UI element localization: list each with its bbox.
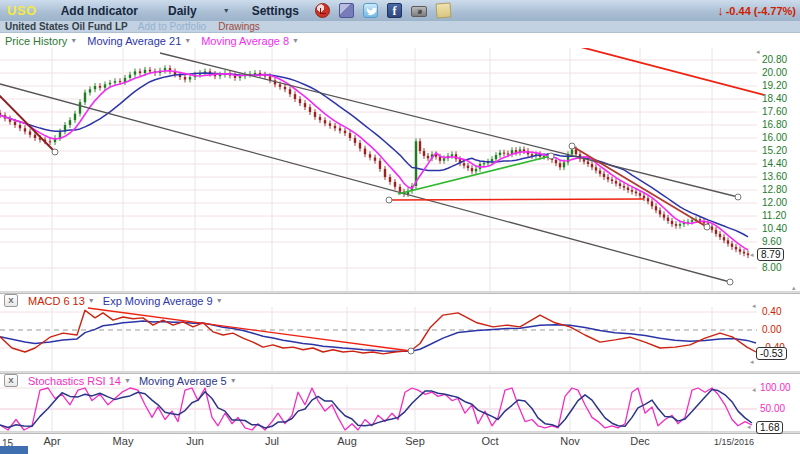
x-axis-end-date: 1/15/2016 <box>714 437 754 447</box>
add-to-portfolio-link[interactable]: Add to Portfolio <box>138 21 206 32</box>
price-axis-tick: 9.60 <box>762 236 781 247</box>
price-axis-tick: 12.00 <box>762 197 787 208</box>
x-axis-month-label: Dec <box>618 435 662 447</box>
toolbar-icons: f <box>315 3 451 18</box>
chevron-down-icon[interactable]: ▼ <box>292 37 299 44</box>
ma8-label: Moving Average 8 <box>201 35 289 47</box>
scroll-arrow-icon[interactable]: ◂ <box>750 358 754 365</box>
x-axis-month-label: Oct <box>468 435 512 447</box>
price-chart[interactable] <box>0 48 800 291</box>
macd-axis-tick: 0.00 <box>762 324 781 335</box>
ma8-dropdown[interactable]: Moving Average 8 ▼ <box>201 35 299 47</box>
price-axis-tick: 20.80 <box>762 54 787 65</box>
current-price-box: 8.79 <box>757 248 784 261</box>
stoch-axis-tick: 50.00 <box>760 403 785 414</box>
panel-divider[interactable] <box>0 431 800 434</box>
x-axis-month-label: Nov <box>548 435 592 447</box>
price-history-label: Price History <box>5 35 67 47</box>
change-text: -0.44 (-4.77%) <box>726 5 796 17</box>
scroll-arrow-icon[interactable]: ▴ <box>792 284 796 291</box>
chevron-down-icon[interactable]: ▼ <box>70 37 77 44</box>
ma21-label: Moving Average 21 <box>87 35 181 47</box>
symbol-subbar: United States Oil Fund LP Add to Portfol… <box>0 21 800 33</box>
price-axis-tick: 12.80 <box>762 184 787 195</box>
symbol-full-name: United States Oil Fund LP <box>5 21 128 32</box>
price-axis-tick: 8.00 <box>762 262 781 273</box>
scroll-arrow-icon[interactable]: ◂ <box>752 386 756 393</box>
scroll-arrow-icon[interactable]: ◂ <box>750 251 754 258</box>
price-history-dropdown[interactable]: Price History ▼ <box>5 35 77 47</box>
price-axis-tick: 13.60 <box>762 171 787 182</box>
chevron-down-icon[interactable]: ▼ <box>124 377 131 384</box>
twitter-icon[interactable] <box>363 3 378 18</box>
price-panel-legend: Price History ▼ Moving Average 21 ▼ Movi… <box>0 33 800 48</box>
stoch-axis-tick: 100.00 <box>760 382 791 393</box>
stoch-value-box: 1.68 <box>756 421 783 434</box>
chevron-down-icon[interactable]: ▼ <box>184 37 191 44</box>
macd-grid <box>0 307 757 371</box>
x-axis-month-label: Sep <box>393 435 437 447</box>
facebook-icon[interactable]: f <box>387 3 402 18</box>
x-axis-month-label: Apr <box>30 435 74 447</box>
stochastics-chart[interactable] <box>0 385 800 431</box>
macd-value-box: -0.53 <box>756 347 787 360</box>
alarm-clock-icon[interactable] <box>315 3 330 18</box>
scroll-arrow-icon[interactable]: ◂ <box>747 423 751 430</box>
price-axis-tick: 17.60 <box>762 106 787 117</box>
price-axis-tick: 11.20 <box>762 210 786 221</box>
scroll-arrow-icon[interactable]: ◂ <box>752 302 756 309</box>
price-axis-tick: 16.00 <box>762 132 787 143</box>
cube-icon[interactable] <box>339 3 354 18</box>
chevron-down-icon[interactable]: ▼ <box>230 377 237 384</box>
price-axis-tick: 20.00 <box>762 67 787 78</box>
ticker-symbol[interactable]: USO <box>7 3 37 18</box>
camera-icon[interactable] <box>411 6 427 17</box>
x-axis-month-label: May <box>101 435 145 447</box>
x-axis-month-label: Jul <box>250 435 294 447</box>
add-indicator-button[interactable]: Add Indicator <box>61 4 138 18</box>
price-axis-tick: 16.80 <box>762 119 787 130</box>
price-grid <box>0 48 757 291</box>
price-axis-tick: 10.40 <box>762 223 787 234</box>
macd-chart[interactable] <box>0 294 800 371</box>
price-axis-tick: 15.20 <box>762 145 787 156</box>
ma21-dropdown[interactable]: Moving Average 21 ▼ <box>87 35 191 47</box>
down-arrow-icon: ↓ <box>717 3 724 18</box>
price-axis-tick: 18.40 <box>762 93 787 104</box>
price-axis-tick: 14.40 <box>762 158 787 169</box>
x-axis-month-label: Jun <box>173 435 217 447</box>
notes-icon[interactable] <box>435 2 451 18</box>
twitter-bird <box>364 4 379 19</box>
price-change-quote: ↓ -0.44 (-4.77%) <box>717 3 796 18</box>
top-toolbar: USO Add Indicator Daily ▼ Settings f ↓ -… <box>0 0 800 21</box>
settings-button[interactable]: Settings <box>252 4 299 18</box>
macd-axis-tick: 0.40 <box>762 306 781 317</box>
chevron-down-icon[interactable]: ▼ <box>223 7 230 14</box>
taskbar-fragment <box>0 446 28 454</box>
x-axis-month-label: Aug <box>325 435 369 447</box>
period-select[interactable]: Daily <box>168 4 197 18</box>
scroll-arrow-icon[interactable]: ◂ <box>756 48 760 55</box>
price-axis-tick: 19.20 <box>762 80 787 91</box>
drawings-link[interactable]: Drawings <box>218 21 260 32</box>
charting-app-window: USO Add Indicator Daily ▼ Settings f ↓ -… <box>0 0 800 454</box>
